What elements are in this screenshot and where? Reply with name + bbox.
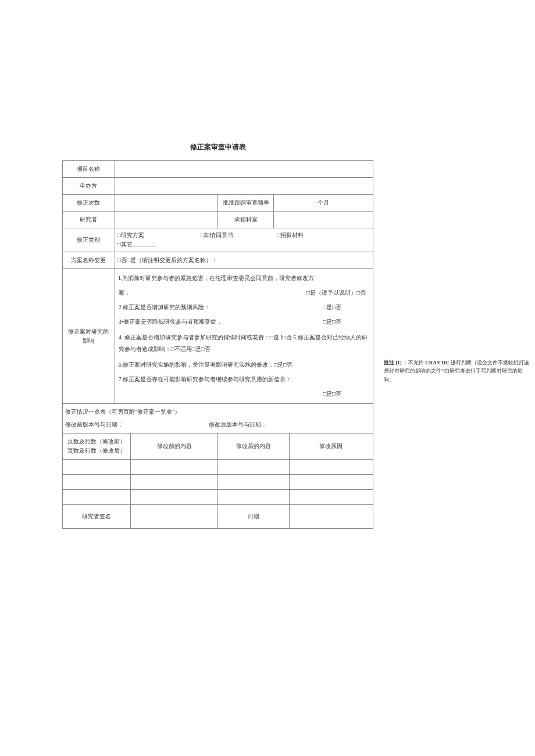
- category-cell[interactable]: □研究方案 □知情同意书 □招募材料 □其它: [115, 228, 373, 252]
- table-row[interactable]: [289, 460, 373, 475]
- impact-q2-row: 2.修正案是否增加研究的预期风险： □是□否: [119, 303, 369, 312]
- form-container: 修正案审查申请表 项目名称 申办方 修正次数 批准跟踪审查频率 个月 研究者: [62, 142, 373, 529]
- hdr-content-after: 修改后的内容: [217, 433, 289, 460]
- category-label: 修正类别: [63, 228, 115, 252]
- researcher-value[interactable]: [115, 212, 217, 228]
- impact-cell: L为消除对研究参与者的紧急危害，在伦理审查委员会同意前，研究者修改方 案： □是…: [115, 269, 373, 404]
- name-change-label: 方案名称变更: [63, 252, 115, 269]
- table-row[interactable]: [289, 475, 373, 490]
- table-row[interactable]: [131, 475, 218, 490]
- date-value[interactable]: [289, 505, 373, 529]
- cat-other-blank[interactable]: [133, 241, 156, 246]
- table-row[interactable]: [63, 460, 131, 475]
- sign-label: 研究者签名: [63, 505, 131, 529]
- note-bold2: CRA/CRC: [425, 360, 450, 366]
- table-row[interactable]: [217, 490, 289, 505]
- researcher-label: 研究者: [63, 212, 115, 228]
- dept-label: 承担科室: [217, 212, 273, 228]
- date-label: 日期: [217, 505, 289, 529]
- dept-value[interactable]: [274, 212, 373, 228]
- list-title: 修正情况一览表（可另页附"修正案一览表"）: [65, 407, 370, 417]
- project-name-value[interactable]: [115, 161, 373, 178]
- impact-q1b: 案：: [119, 289, 130, 296]
- impact-q2: 2.修正案是否增加研究的预期风险：: [119, 304, 211, 310]
- impact-label: 修正案对研究的 影响: [63, 269, 115, 404]
- impact-label-line1: 修正案对研究的: [68, 328, 109, 335]
- hdr-reason: 修改原因: [289, 433, 373, 460]
- table-row[interactable]: [131, 460, 218, 475]
- after-ver-label: 修改后版本号与日期：: [209, 420, 267, 429]
- project-name-label: 项目名称: [63, 161, 115, 178]
- impact-q6[interactable]: 6.修正案对研究实施的影响，关注显著影响研究实施的修改：□是□否: [119, 360, 369, 370]
- before-ver-label: 修改前版本号与日期：: [65, 420, 209, 429]
- cat-research-plan[interactable]: □研究方案: [117, 231, 201, 240]
- hdr-pages-after: 页数及行数（修改后）: [67, 447, 126, 454]
- sign-value[interactable]: [131, 505, 218, 529]
- impact-label-line2: 影响: [83, 338, 94, 344]
- amend-count-value[interactable]: [115, 195, 217, 212]
- cat-recruit-material[interactable]: □招募材料: [277, 231, 304, 240]
- impact-q7: 7.修正案是否存在可能影响研究参与者继续参与研究意愿的新信息：: [119, 375, 369, 384]
- name-change-value[interactable]: □否□是（请注明变更后的方案名称）：: [115, 252, 373, 269]
- hdr-content-before: 修改前的内容: [131, 433, 218, 460]
- table-row[interactable]: [289, 490, 373, 505]
- table-row[interactable]: [217, 475, 289, 490]
- note-colon: ：: [403, 360, 408, 366]
- overview-cell: 修正情况一览表（可另页附"修正案一览表"） 修改前版本号与日期： 修改后版本号与…: [63, 404, 373, 433]
- impact-q7-opts[interactable]: □是□否: [119, 389, 369, 399]
- cat-other[interactable]: □其它: [117, 241, 133, 248]
- table-row[interactable]: [131, 490, 218, 505]
- sponsor-value[interactable]: [115, 178, 373, 195]
- impact-q3-opts[interactable]: □是□否: [323, 317, 369, 327]
- impact-q1-opts[interactable]: □是（请予以说明）□否: [306, 288, 369, 298]
- impact-q1-row: 案： □是（请予以说明）□否: [119, 288, 369, 298]
- annotation-note: 批注 [1] ：不允许 CRA/CRC 进行判断（递交文件不接收机打选择好对研究…: [384, 359, 532, 384]
- form-title: 修正案审查申请表: [62, 142, 373, 152]
- table-row[interactable]: [217, 460, 289, 475]
- impact-q1a: L为消除对研究参与者的紧急危害，在伦理审查委员会同意前，研究者修改方: [119, 274, 369, 283]
- note-prefix: 批注 [1]: [384, 360, 403, 366]
- sponsor-label: 申办方: [63, 178, 115, 195]
- impact-q3-row: 3•修正案是否降低研究参与者预期受益： □是□否: [119, 317, 369, 327]
- hdr-pages: 页数及行数（修改前） 页数及行数（修改后）: [63, 433, 131, 460]
- tracking-freq-value[interactable]: 个月: [274, 195, 373, 212]
- impact-q45[interactable]: 4. 修正案是否增加研究参与者参加研究的持续时间或花费：□是 I□否 5.修正案…: [119, 332, 369, 355]
- hdr-pages-before: 页数及行数（修改前）: [67, 438, 126, 445]
- table-row[interactable]: [63, 475, 131, 490]
- cat-informed-consent[interactable]: □知情同意书: [201, 231, 277, 240]
- tracking-freq-label: 批准跟踪审查频率: [217, 195, 273, 212]
- note-text1: 不允许: [408, 360, 425, 366]
- impact-q2-opts[interactable]: □是□否: [323, 303, 369, 312]
- table-row[interactable]: [63, 490, 131, 505]
- impact-q3: 3•修正案是否降低研究参与者预期受益：: [119, 318, 223, 325]
- main-table: 项目名称 申办方 修正次数 批准跟踪审查频率 个月 研究者 承担科室 修正类别 …: [62, 160, 373, 529]
- amend-count-label: 修正次数: [63, 195, 115, 212]
